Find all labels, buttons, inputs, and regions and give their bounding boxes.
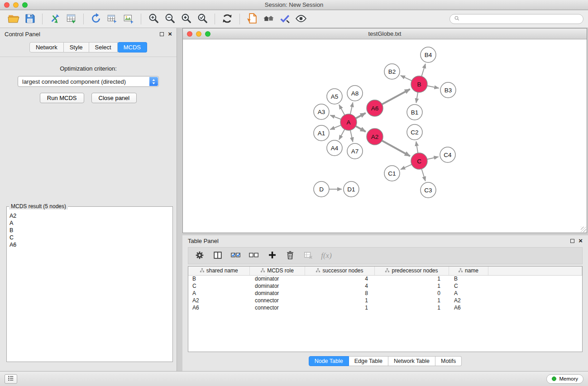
close-table-panel-icon[interactable]: × [578,238,583,243]
network-canvas[interactable]: B4B2BB3B1A5A8A6A3AA1A2C2A4A7C4CC1C3DD1 [183,39,587,233]
cell[interactable]: 0 [374,290,449,297]
close-panel-button[interactable]: Close panel [91,93,137,103]
open-folder-button[interactable] [5,12,22,26]
tab-network[interactable]: Network [29,42,64,52]
graph-edge-A6-B[interactable] [382,89,410,104]
graph-node-B4[interactable]: B4 [421,47,436,62]
table-row-C[interactable]: Cdominator41C [188,282,582,290]
zoom-fit-button[interactable] [178,12,194,26]
cell[interactable]: 8 [305,290,374,297]
cell[interactable]: B [188,275,249,282]
home-button[interactable] [260,12,277,26]
cell[interactable]: 4 [305,275,374,282]
result-item[interactable]: A [10,219,170,227]
cell[interactable]: 1 [374,282,449,290]
graph-edge-B-B2[interactable] [401,76,412,81]
cell[interactable]: 4 [305,282,374,290]
float-panel-icon[interactable] [160,32,164,36]
table-row-A[interactable]: Adominator80A [188,290,582,297]
graph-edge-B-B4[interactable] [421,64,425,76]
graph-node-C[interactable]: C [411,153,427,169]
settings-button[interactable] [193,249,206,262]
network-graph[interactable]: B4B2BB3B1A5A8A6A3AA1A2C2A4A7C4CC1C3DD1 [183,39,587,233]
cell[interactable]: C [188,282,249,290]
cell[interactable]: A2 [449,297,488,304]
float-table-panel-icon[interactable] [570,239,574,243]
tab-style[interactable]: Style [64,42,89,52]
graph-node-D[interactable]: D [314,181,329,197]
cell[interactable]: 1 [374,304,449,311]
tab-network-table[interactable]: Network Table [388,356,435,366]
graph-node-A4[interactable]: A4 [327,140,342,156]
search-field[interactable] [449,14,583,24]
table-row-B[interactable]: Bdominator41B [188,275,582,282]
close-window-button[interactable] [4,2,10,8]
graph-node-A3[interactable]: A3 [314,104,329,119]
graph-node-D1[interactable]: D1 [344,181,359,197]
network-zoom-button[interactable] [205,31,210,37]
graph-node-A[interactable]: A [340,114,357,130]
graph-edge-A-A8[interactable] [350,103,353,114]
run-mcds-button[interactable]: Run MCDS [40,93,84,103]
cell[interactable]: A6 [188,304,249,311]
add-row-button[interactable] [265,249,279,262]
table-row-A6[interactable]: A6connector11A6 [188,304,582,311]
graph-node-A1[interactable]: A1 [314,125,329,141]
column-header-MCDS-role[interactable]: MCDS role [249,267,305,275]
criterion-dropdown[interactable]: largest connected component (directed) [18,76,159,87]
graph-edge-A-A2[interactable] [356,126,366,132]
graph-edge-A2-C[interactable] [382,141,410,156]
graph-node-B[interactable]: B [411,76,427,92]
graph-edge-A-A4[interactable] [339,129,344,140]
zoom-window-button[interactable] [22,2,28,8]
graph-edge-B-B1[interactable] [416,92,418,103]
graph-edge-A-A7[interactable] [350,130,353,142]
network-minimize-button[interactable] [196,31,201,37]
graph-node-A2[interactable]: A2 [367,129,383,145]
graph-node-C4[interactable]: C4 [440,147,455,162]
graph-edge-A-A3[interactable] [330,115,341,119]
column-header-shared-name[interactable]: shared name [188,267,249,275]
select-all-button[interactable] [229,249,243,262]
column-header-successor-nodes[interactable]: successor nodes [305,267,374,275]
network-close-button[interactable] [187,31,192,37]
graph-node-C1[interactable]: C1 [384,166,400,181]
graph-node-B2[interactable]: B2 [384,64,400,79]
cell[interactable]: A2 [188,297,249,304]
graph-node-A8[interactable]: A8 [347,86,363,101]
search-input[interactable] [462,16,579,22]
column-header-predecessor-nodes[interactable]: predecessor nodes [374,267,449,275]
close-panel-icon[interactable]: × [168,32,172,36]
export-image-button[interactable] [120,12,137,26]
save-session-button[interactable] [22,12,38,26]
graph-edge-C-C4[interactable] [427,157,439,160]
graph-node-C2[interactable]: C2 [407,124,422,140]
cell[interactable]: 1 [305,297,374,304]
cell[interactable]: connector [249,297,305,304]
graph-node-C3[interactable]: C3 [421,182,436,198]
graph-node-B3[interactable]: B3 [440,82,456,98]
delete-row-button[interactable] [283,249,297,262]
column-header-name[interactable]: name [449,267,488,275]
graph-edge-A-A5[interactable] [339,105,344,115]
new-network-button[interactable] [88,12,104,26]
tab-edge-table[interactable]: Edge Table [349,356,388,366]
tab-motifs[interactable]: Motifs [435,356,462,366]
graph-node-B1[interactable]: B1 [407,105,422,120]
table-row-A2[interactable]: A2connector11A2 [188,297,582,304]
tab-node-table[interactable]: Node Table [309,356,349,366]
cell[interactable]: A6 [449,304,488,311]
graph-edge-C-C1[interactable] [401,164,411,169]
cell[interactable]: connector [249,304,305,311]
memory-button[interactable]: Memory [546,374,583,384]
resize-grip[interactable] [581,227,586,232]
cell[interactable]: B [449,275,488,282]
graph-node-A7[interactable]: A7 [347,143,363,159]
refresh-layout-button[interactable] [219,12,235,26]
show-graphics-button[interactable] [293,12,309,26]
graph-edge-A-A1[interactable] [330,125,341,130]
cell[interactable]: 1 [374,275,449,282]
minimize-window-button[interactable] [13,2,19,8]
graph-node-A6[interactable]: A6 [367,100,383,116]
zoom-out-button[interactable] [162,12,178,26]
